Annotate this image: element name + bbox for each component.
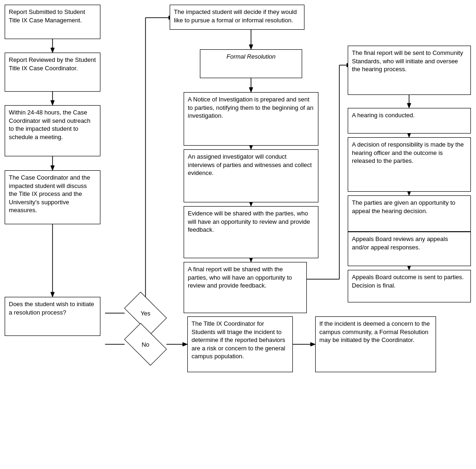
no-label: No bbox=[142, 341, 150, 348]
box-evidence-shared: Evidence will be shared with the parties… bbox=[184, 206, 318, 258]
box-hearing-conducted: A hearing is conducted. bbox=[348, 108, 471, 134]
box-appeals-outcome: Appeals Board outcome is sent to parties… bbox=[348, 270, 471, 302]
box-formal-resolution-coordinator: If the incident is deemed a concern to t… bbox=[315, 316, 436, 372]
svg-marker-23 bbox=[407, 103, 411, 108]
box-assigned-investigator: An assigned investigator will conduct in… bbox=[184, 149, 318, 202]
svg-marker-7 bbox=[51, 292, 54, 297]
yes-label: Yes bbox=[140, 310, 150, 317]
svg-marker-38 bbox=[183, 342, 187, 346]
svg-marker-1 bbox=[51, 48, 54, 53]
box-report-reviewed: Report Reviewed by the Student Title IX … bbox=[5, 53, 100, 92]
box-opportunity-appeal: The parties are given an opportunity to … bbox=[348, 195, 471, 232]
box-final-report-shared: A final report will be shared with the p… bbox=[184, 262, 307, 313]
svg-marker-40 bbox=[311, 342, 315, 346]
box-triage: The Title IX Coordinator for Students wi… bbox=[187, 316, 293, 372]
box-impacted-decide: The impacted student will decide if they… bbox=[170, 5, 304, 30]
box-appeals-board-reviews: Appeals Board reviews any appeals and/or… bbox=[348, 232, 471, 266]
svg-marker-11 bbox=[249, 87, 253, 92]
yes-diamond: Yes bbox=[125, 300, 166, 326]
box-24-48-hours: Within 24-48 hours, the Case Coordinator… bbox=[5, 105, 100, 156]
box-formal-resolution: Formal Resolution bbox=[200, 49, 302, 78]
box-student-wish: Does the student wish to initiate a reso… bbox=[5, 297, 100, 336]
box-notice-investigation: A Notice of Investigation is prepared an… bbox=[184, 92, 318, 146]
svg-marker-3 bbox=[51, 100, 54, 105]
box-decision-responsibility: A decision of responsibility is made by … bbox=[348, 137, 471, 192]
box-community-standards: The final report will be sent to Communi… bbox=[348, 46, 471, 95]
svg-marker-5 bbox=[51, 166, 54, 170]
flowchart: Report Submitted to Student Title IX Cas… bbox=[0, 0, 476, 469]
no-diamond: No bbox=[125, 331, 166, 357]
box-report-submitted: Report Submitted to Student Title IX Cas… bbox=[5, 5, 100, 39]
svg-marker-9 bbox=[249, 45, 253, 49]
box-coordinator-discuss: The Case Coordinator and the impacted st… bbox=[5, 170, 100, 224]
